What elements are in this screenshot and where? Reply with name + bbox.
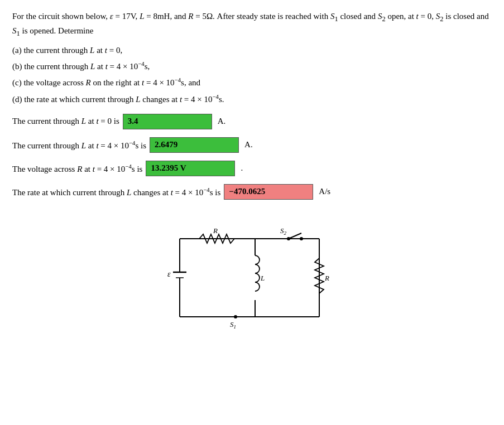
answer-d-prefix: The rate at which current through L chan…	[12, 186, 220, 197]
circuit-svg: ε R L S2 R	[157, 216, 347, 339]
s1-dot	[234, 315, 237, 318]
r-top-label: R	[213, 226, 218, 235]
answer-d-box[interactable]: −470.0625	[224, 184, 313, 200]
answer-row-c: The voltage across R at t = 4 × 10−4s is…	[12, 161, 492, 176]
answer-c-box[interactable]: 13.2395 V	[146, 161, 235, 176]
answer-c-prefix: The voltage across R at t = 4 × 10−4s is	[12, 163, 142, 174]
answer-a-prefix: The current through L at t = 0 is	[12, 117, 119, 126]
s2-label: S2	[280, 226, 287, 236]
r-right-label: R	[324, 274, 329, 282]
part-a: (a) the current through L at t = 0,	[12, 44, 492, 57]
answer-a-unit: A.	[218, 117, 226, 126]
part-b: (b) the current through L at t = 4 × 10−…	[12, 59, 492, 73]
answer-c-unit: .	[241, 163, 243, 173]
answer-row-d: The rate at which current through L chan…	[12, 184, 492, 200]
answer-d-unit: A/s	[319, 187, 330, 196]
inductor-coil	[255, 255, 260, 291]
answer-b-unit: A.	[244, 140, 253, 149]
s1-label: S1	[230, 320, 236, 330]
answer-a-box[interactable]: 3.4	[123, 114, 212, 129]
answer-b-prefix: The current through L at t = 4 × 10−4s i…	[12, 139, 146, 151]
emf-label: ε	[167, 270, 171, 278]
problem-intro: For the circuit shown below, ε = 17V, L …	[12, 10, 492, 40]
inductor-label: L	[260, 274, 265, 282]
s2-switch-line	[289, 233, 301, 239]
circuit-diagram: ε R L S2 R	[12, 216, 492, 339]
part-d: (d) the rate at which current through L …	[12, 92, 492, 106]
problem-statement: For the circuit shown below, ε = 17V, L …	[12, 10, 492, 106]
part-c: (c) the voltage across R on the right at…	[12, 75, 492, 89]
answer-row-a: The current through L at t = 0 is 3.4 A.	[12, 114, 492, 129]
answer-row-b: The current through L at t = 4 × 10−4s i…	[12, 137, 492, 153]
answer-b-box[interactable]: 2.6479	[150, 137, 239, 153]
